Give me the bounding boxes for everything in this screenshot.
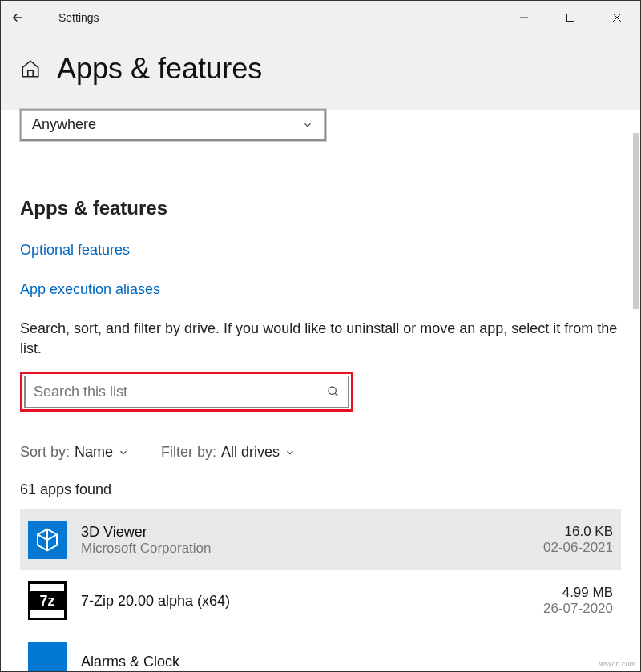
watermark: wsxdn.com — [599, 660, 635, 668]
app-info: 3D Viewer Microsoft Corporation — [81, 524, 529, 557]
sort-by-dropdown[interactable]: Sort by: Name — [20, 444, 129, 461]
app-date: 26-07-2020 — [543, 601, 613, 617]
scrollbar[interactable] — [633, 133, 639, 309]
section-description: Search, sort, and filter by drive. If yo… — [20, 319, 621, 359]
page-title: Apps & features — [57, 52, 262, 86]
app-row[interactable]: Alarms & Clock — [20, 631, 621, 672]
arrow-left-icon — [10, 10, 25, 25]
page-header: Apps & features — [1, 34, 640, 110]
install-source-value: Anywhere — [32, 116, 96, 133]
install-source-dropdown[interactable]: Anywhere — [20, 109, 326, 141]
sort-label: Sort by: — [20, 444, 70, 461]
search-box[interactable] — [24, 376, 349, 408]
home-icon[interactable] — [20, 58, 41, 79]
app-meta: 16.0 KB 02-06-2021 — [543, 524, 613, 556]
app-name: 3D Viewer — [81, 524, 529, 541]
filter-by-dropdown[interactable]: Filter by: All drives — [161, 444, 296, 461]
maximize-icon — [566, 13, 575, 22]
app-name: 7-Zip 20.00 alpha (x64) — [81, 593, 529, 610]
app-icon-alarms — [28, 642, 67, 672]
sort-filter-row: Sort by: Name Filter by: All drives — [20, 444, 621, 461]
svg-point-4 — [329, 387, 336, 394]
close-button[interactable] — [594, 1, 640, 34]
app-publisher: Microsoft Corporation — [81, 541, 529, 557]
7z-icon: 7z — [30, 591, 64, 610]
sort-value: Name — [75, 444, 113, 461]
optional-features-link[interactable]: Optional features — [20, 242, 621, 259]
filter-label: Filter by: — [161, 444, 216, 461]
chevron-down-icon — [118, 447, 129, 458]
app-info: 7-Zip 20.00 alpha (x64) — [81, 593, 529, 610]
filter-value: All drives — [221, 444, 280, 461]
search-icon — [327, 385, 340, 398]
svg-rect-1 — [567, 14, 574, 21]
apps-list: 3D Viewer Microsoft Corporation 16.0 KB … — [20, 509, 621, 672]
app-row[interactable]: 7z 7-Zip 20.00 alpha (x64) 4.99 MB 26-07… — [20, 570, 621, 631]
maximize-button[interactable] — [547, 1, 594, 34]
app-row[interactable]: 3D Viewer Microsoft Corporation 16.0 KB … — [20, 509, 621, 570]
app-size: 4.99 MB — [543, 585, 613, 601]
app-size: 16.0 KB — [543, 524, 613, 540]
search-input[interactable] — [34, 384, 327, 400]
back-button[interactable] — [1, 1, 34, 34]
app-meta: 4.99 MB 26-07-2020 — [543, 585, 613, 617]
minimize-button[interactable] — [501, 1, 547, 34]
chevron-down-icon — [284, 447, 296, 458]
cube-icon — [34, 527, 60, 553]
app-execution-aliases-link[interactable]: App execution aliases — [20, 281, 621, 298]
window-title: Settings — [58, 11, 99, 24]
main-content: Anywhere Apps & features Optional featur… — [1, 109, 640, 672]
section-heading: Apps & features — [20, 197, 621, 219]
svg-line-5 — [335, 393, 337, 396]
app-icon-3d-viewer — [28, 521, 67, 559]
app-name: Alarms & Clock — [81, 654, 613, 670]
apps-count: 61 apps found — [20, 481, 621, 498]
app-icon-7zip: 7z — [28, 581, 67, 620]
chevron-down-icon — [302, 119, 313, 131]
minimize-icon — [519, 13, 529, 22]
search-highlight — [20, 372, 353, 412]
titlebar: Settings — [1, 1, 640, 34]
close-icon — [612, 13, 622, 22]
app-date: 02-06-2021 — [543, 540, 613, 556]
app-info: Alarms & Clock — [81, 654, 613, 670]
window-controls — [501, 1, 640, 34]
